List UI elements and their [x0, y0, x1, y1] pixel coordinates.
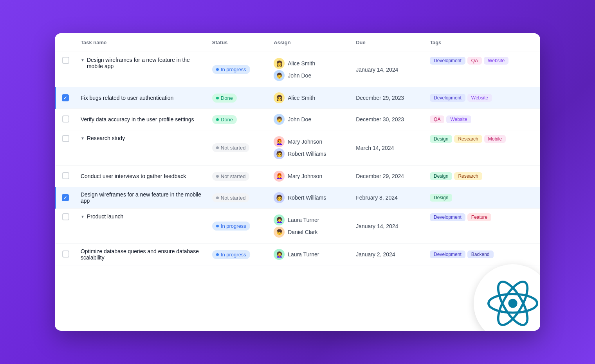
tags-cell: DevelopmentWebsite — [425, 87, 540, 109]
due-date: January 14, 2024 — [356, 67, 398, 73]
due-date: December 29, 2024 — [356, 173, 404, 179]
status-label: Not started — [221, 173, 246, 179]
status-dot — [216, 68, 219, 71]
table-row: ▼Product launchIn progress👩‍🦱Laura Turne… — [56, 209, 541, 244]
tags-container: Design — [430, 194, 536, 202]
checkbox[interactable] — [62, 57, 69, 64]
status-badge[interactable]: In progress — [212, 65, 250, 74]
status-dot — [216, 196, 219, 199]
tag[interactable]: Website — [467, 94, 492, 102]
checkbox-cell — [56, 109, 76, 130]
checkbox-cell — [56, 244, 76, 265]
tag[interactable]: Development — [430, 94, 465, 102]
status-label: In progress — [221, 67, 246, 72]
table-row: Conduct user interviews to gather feedba… — [56, 166, 541, 187]
status-dot — [216, 225, 219, 227]
due-date-cell: January 14, 2024 — [351, 209, 425, 244]
tags-cell: DevelopmentQAWebsite — [425, 52, 540, 87]
avatar: 🧑 — [274, 148, 285, 159]
status-dot — [216, 118, 219, 121]
assignee-name: Daniel Clark — [288, 229, 317, 235]
checkbox-cell — [56, 166, 76, 187]
tags-container: QAWebsite — [430, 115, 536, 123]
chevron-icon[interactable]: ▼ — [81, 136, 85, 141]
assignee-cell: 👩‍🦰Mary Johnson — [269, 166, 351, 187]
table-row: ▼Design wireframes for a new feature in … — [56, 52, 541, 87]
assignee-name: Alice Smith — [288, 95, 315, 101]
assignee-name: John Doe — [288, 72, 311, 79]
task-name-cell: ▼Product launch — [76, 209, 207, 244]
tag[interactable]: Mobile — [484, 135, 506, 143]
status-badge[interactable]: Not started — [212, 143, 250, 152]
col-header-check — [56, 33, 76, 52]
tag[interactable]: Research — [454, 135, 482, 143]
tag[interactable]: Development — [430, 250, 465, 258]
checkbox-cell — [56, 209, 76, 244]
assignee: 👩‍🦱Laura Turner — [274, 249, 346, 260]
task-name: Conduct user interviews to gather feedba… — [81, 173, 186, 179]
tag[interactable]: Design — [430, 194, 452, 202]
due-date: March 14, 2024 — [356, 145, 394, 151]
task-name-cell: Optimize database queries and ensure dat… — [76, 244, 207, 265]
assignee-name: Mary Johnson — [288, 139, 322, 145]
tag[interactable]: QA — [467, 57, 482, 65]
chevron-icon[interactable]: ▼ — [81, 214, 85, 219]
task-name-cell: Verify data accuracy in the user profile… — [76, 109, 207, 130]
tags-container: DevelopmentFeature — [430, 213, 536, 221]
checkbox[interactable] — [62, 94, 69, 101]
checkbox[interactable] — [62, 115, 69, 123]
assignee-name: Robert Williams — [288, 195, 326, 201]
assignee: 👩‍🦰Mary Johnson — [274, 171, 346, 182]
tags-cell: DesignResearch — [425, 166, 540, 187]
chevron-icon[interactable]: ▼ — [81, 58, 85, 62]
checkbox[interactable] — [62, 194, 69, 201]
react-icon — [487, 278, 538, 329]
tags-cell: DevelopmentFeature — [425, 209, 540, 244]
assignee: 🧑Robert Williams — [274, 192, 346, 203]
task-name: Optimize database queries and ensure dat… — [81, 248, 203, 261]
status-cell: Done — [207, 87, 269, 109]
status-badge[interactable]: In progress — [212, 250, 250, 259]
tag[interactable]: QA — [430, 115, 444, 123]
assignee-cell: 👩Alice Smith👨John Doe — [269, 52, 351, 87]
status-badge[interactable]: Done — [212, 115, 237, 124]
status-badge[interactable]: Not started — [212, 193, 250, 202]
assignee-name: Alice Smith — [288, 60, 315, 67]
status-badge[interactable]: Not started — [212, 172, 250, 181]
tag[interactable]: Development — [430, 213, 465, 221]
checkbox-cell — [56, 87, 76, 109]
tag[interactable]: Website — [446, 115, 471, 123]
due-date-cell: January 2, 2024 — [351, 244, 425, 265]
tags-container: DesignResearch — [430, 172, 536, 180]
assignee: 🧑Robert Williams — [274, 148, 346, 159]
status-label: Not started — [221, 145, 246, 151]
due-date-cell: January 14, 2024 — [351, 52, 425, 87]
due-date-cell: February 8, 2024 — [351, 187, 425, 209]
tag[interactable]: Design — [430, 172, 452, 180]
tag[interactable]: Website — [484, 57, 508, 65]
tag[interactable]: Development — [430, 57, 465, 65]
due-date: December 29, 2023 — [356, 95, 404, 101]
status-cell: Not started — [207, 166, 269, 187]
task-name: Design wireframes for a new feature in t… — [81, 191, 203, 204]
tag[interactable]: Backend — [467, 250, 494, 258]
checkbox[interactable] — [62, 213, 69, 220]
tags-cell: Design — [425, 187, 540, 209]
table-row: Design wireframes for a new feature in t… — [56, 187, 541, 209]
checkbox[interactable] — [62, 172, 69, 179]
assignee: 👩‍🦰Mary Johnson — [274, 136, 346, 147]
status-badge[interactable]: In progress — [212, 222, 250, 231]
status-badge[interactable]: Done — [212, 94, 237, 103]
table-container: Task name Status Assign Due Tags ▼Design… — [55, 33, 540, 265]
tag[interactable]: Research — [454, 172, 482, 180]
avatar: 👨 — [274, 70, 285, 81]
status-label: In progress — [221, 223, 246, 229]
tags-cell: DevelopmentBackend — [425, 244, 540, 265]
status-cell: Not started — [207, 187, 269, 209]
tag[interactable]: Feature — [467, 213, 491, 221]
avatar: 👩 — [274, 58, 285, 69]
assignee: 👩‍🦱Laura Turner — [274, 214, 346, 225]
tag[interactable]: Design — [430, 135, 452, 143]
checkbox[interactable] — [62, 135, 69, 142]
checkbox[interactable] — [62, 250, 69, 258]
